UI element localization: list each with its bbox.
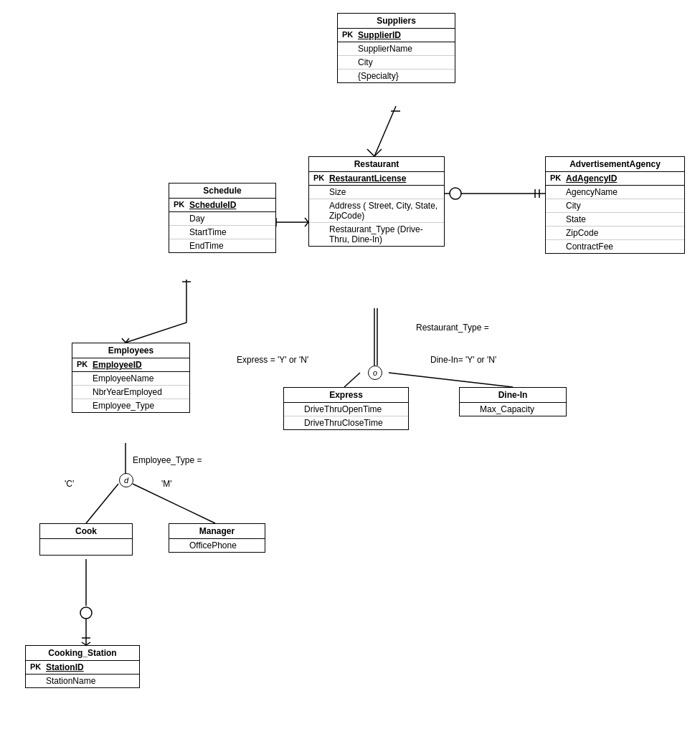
ad-agency-field-5: ContractFee xyxy=(546,240,684,253)
ad-agency-field-3: State xyxy=(546,213,684,227)
pk-label: PK xyxy=(77,360,90,368)
express-cond-label: Express = 'Y' or 'N' xyxy=(237,355,308,365)
schedule-pk-row: PK ScheduleID xyxy=(169,199,275,212)
dine-in-field-1: Max_Capacity xyxy=(460,403,566,416)
svg-line-15 xyxy=(344,373,360,387)
advertisement-agency-title: AdvertisementAgency xyxy=(546,157,684,172)
dine-in-entity: Dine-In Max_Capacity xyxy=(459,387,567,416)
express-title: Express xyxy=(284,388,408,403)
restaurant-field-1: Size xyxy=(309,186,444,199)
svg-point-5 xyxy=(450,188,461,199)
employee-type-label: Employee_Type = xyxy=(133,455,202,465)
employees-title: Employees xyxy=(72,343,189,358)
dine-in-cond-label: Dine-In= 'Y' or 'N' xyxy=(430,355,496,365)
advertisement-agency-entity: AdvertisementAgency PK AdAgencyID Agency… xyxy=(545,156,685,254)
svg-line-1 xyxy=(367,149,374,156)
cooking-station-pk-row: PK StationID xyxy=(26,661,139,675)
employees-field-2: NbrYearEmployed xyxy=(72,386,189,399)
schedule-field-2: StartTime xyxy=(169,226,275,239)
employees-subtype-circle: d xyxy=(119,473,133,487)
svg-line-23 xyxy=(86,484,118,523)
pk-label: PK xyxy=(342,30,355,39)
suppliers-field-2: City xyxy=(338,56,455,70)
cook-empty-row xyxy=(40,539,132,555)
pk-label: PK xyxy=(30,662,43,671)
ad-agency-pk-field: AdAgencyID xyxy=(566,173,617,184)
cook-label: 'C' xyxy=(65,479,74,489)
suppliers-pk-row: PK SupplierID xyxy=(338,29,455,42)
cooking-station-pk-field: StationID xyxy=(46,662,84,672)
restaurant-entity: Restaurant PK RestaurantLicense Size Add… xyxy=(308,156,445,247)
express-field-2: DriveThruCloseTime xyxy=(284,416,408,429)
restaurant-pk-field: RestaurantLicense xyxy=(329,173,406,184)
svg-line-0 xyxy=(374,106,396,156)
restaurant-type-label: Restaurant_Type = xyxy=(416,323,489,333)
express-entity: Express DriveThruOpenTime DriveThruClose… xyxy=(283,387,409,430)
svg-line-2 xyxy=(374,149,382,156)
suppliers-field-1: SupplierName xyxy=(338,42,455,56)
pk-label: PK xyxy=(550,173,563,182)
cook-entity: Cook xyxy=(39,523,133,556)
suppliers-field-3: {Specialty} xyxy=(338,70,455,82)
employees-entity: Employees PK EmployeeID EmployeeName Nbr… xyxy=(72,343,190,413)
restaurant-title: Restaurant xyxy=(309,157,444,172)
manager-label: 'M' xyxy=(161,479,172,489)
schedule-entity: Schedule PK ScheduleID Day StartTime End… xyxy=(169,183,276,253)
restaurant-subtype-circle: o xyxy=(368,366,382,380)
manager-entity: Manager OfficePhone xyxy=(169,523,265,553)
pk-label: PK xyxy=(174,200,186,209)
svg-line-18 xyxy=(126,323,186,343)
schedule-field-1: Day xyxy=(169,212,275,226)
suppliers-pk-field: SupplierID xyxy=(358,30,401,40)
dine-in-title: Dine-In xyxy=(460,388,566,403)
suppliers-entity: Suppliers PK SupplierID SupplierName Cit… xyxy=(337,13,455,83)
restaurant-field-2: Address ( Street, City, State, ZipCode) xyxy=(309,199,444,223)
employees-pk-row: PK EmployeeID xyxy=(72,358,189,372)
svg-line-24 xyxy=(133,484,215,523)
manager-field-1: OfficePhone xyxy=(169,539,265,552)
ad-agency-field-2: City xyxy=(546,199,684,213)
express-field-1: DriveThruOpenTime xyxy=(284,403,408,416)
restaurant-pk-row: PK RestaurantLicense xyxy=(309,172,444,186)
ad-agency-field-1: AgencyName xyxy=(546,186,684,199)
ad-agency-field-4: ZipCode xyxy=(546,227,684,240)
suppliers-title: Suppliers xyxy=(338,14,455,29)
schedule-pk-field: ScheduleID xyxy=(189,200,236,210)
svg-point-26 xyxy=(80,607,92,619)
cooking-station-entity: Cooking_Station PK StationID StationName xyxy=(25,645,140,688)
employees-pk-field: EmployeeID xyxy=(93,360,142,370)
cook-title: Cook xyxy=(40,524,132,539)
manager-title: Manager xyxy=(169,524,265,539)
employees-field-3: Employee_Type xyxy=(72,399,189,412)
svg-line-16 xyxy=(389,373,513,387)
cooking-station-title: Cooking_Station xyxy=(26,646,139,661)
restaurant-field-3: Restaurant_Type (Drive-Thru, Dine-In) xyxy=(309,223,444,246)
employees-field-1: EmployeeName xyxy=(72,372,189,386)
diagram-container: Suppliers PK SupplierID SupplierName Cit… xyxy=(0,0,700,734)
cooking-station-field-1: StationName xyxy=(26,675,139,687)
pk-label: PK xyxy=(313,173,326,182)
schedule-title: Schedule xyxy=(169,184,275,199)
ad-agency-pk-row: PK AdAgencyID xyxy=(546,172,684,186)
schedule-field-3: EndTime xyxy=(169,239,275,252)
